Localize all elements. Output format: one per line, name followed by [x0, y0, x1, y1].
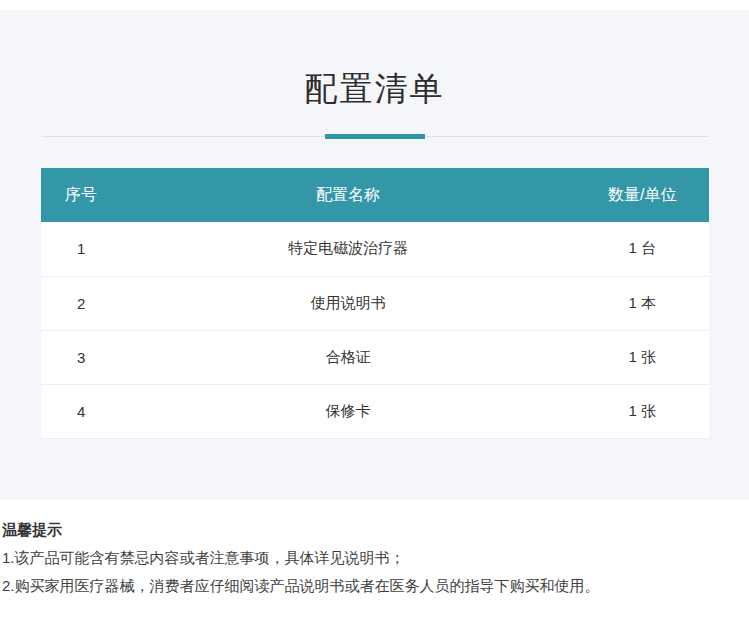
row-name-cell: 使用说明书 [121, 276, 575, 330]
row-index-cell: 1 [41, 222, 121, 276]
tips-title: 温馨提示 [2, 522, 733, 538]
config-table: 序号 配置名称 数量/单位 1 特定电磁波治疗器 1 台 2 使用说明书 1 本… [41, 168, 709, 439]
config-table-header: 序号 配置名称 数量/单位 [41, 168, 709, 222]
config-table-container: 序号 配置名称 数量/单位 1 特定电磁波治疗器 1 台 2 使用说明书 1 本… [41, 168, 709, 439]
tip-line: 2.购买家用医疗器械，消费者应仔细阅读产品说明书或者在医务人员的指导下购买和使用… [2, 578, 733, 594]
row-quantity-cell: 1 台 [575, 222, 709, 276]
title-divider-accent-bar [325, 134, 425, 139]
table-row: 4 保修卡 1 张 [41, 384, 709, 438]
tip-line: 1.该产品可能含有禁忌内容或者注意事项，具体详见说明书； [2, 550, 733, 566]
table-header-name: 配置名称 [121, 168, 575, 222]
config-table-body: 1 特定电磁波治疗器 1 台 2 使用说明书 1 本 3 合格证 1 张 4 保… [41, 222, 709, 438]
table-header-index: 序号 [41, 168, 121, 222]
row-index-cell: 3 [41, 330, 121, 384]
row-quantity-cell: 1 张 [575, 384, 709, 438]
row-name-cell: 合格证 [121, 330, 575, 384]
warm-tips-section: 温馨提示 1.该产品可能含有禁忌内容或者注意事项，具体详见说明书； 2.购买家用… [0, 500, 749, 594]
table-row: 1 特定电磁波治疗器 1 台 [41, 222, 709, 276]
title-divider [0, 134, 749, 139]
table-header-row: 序号 配置名称 数量/单位 [41, 168, 709, 222]
row-quantity-cell: 1 本 [575, 276, 709, 330]
row-name-cell: 保修卡 [121, 384, 575, 438]
page-title: 配置清单 [0, 10, 749, 105]
table-row: 3 合格证 1 张 [41, 330, 709, 384]
row-name-cell: 特定电磁波治疗器 [121, 222, 575, 276]
row-index-cell: 4 [41, 384, 121, 438]
row-index-cell: 2 [41, 276, 121, 330]
table-row: 2 使用说明书 1 本 [41, 276, 709, 330]
table-header-quantity: 数量/单位 [575, 168, 709, 222]
row-quantity-cell: 1 张 [575, 330, 709, 384]
config-list-banner: 配置清单 序号 配置名称 数量/单位 1 特定电磁波治疗器 1 台 2 [0, 10, 749, 500]
